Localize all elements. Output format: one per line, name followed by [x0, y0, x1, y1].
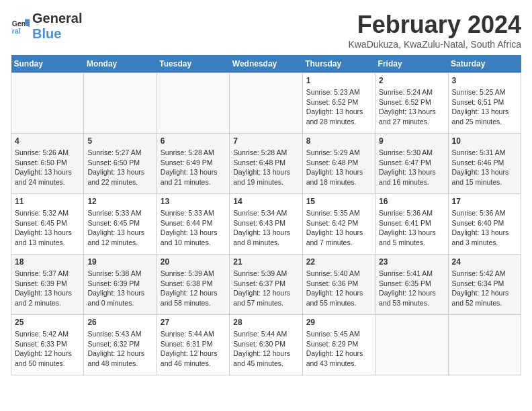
day-number: 25 [15, 318, 80, 327]
calendar-cell [157, 73, 229, 134]
calendar-cell [11, 73, 84, 134]
calendar-cell: 13Sunrise: 5:33 AM Sunset: 6:44 PM Dayli… [157, 194, 229, 255]
day-header-thursday: Thursday [302, 55, 375, 73]
calendar-cell: 5Sunrise: 5:27 AM Sunset: 6:50 PM Daylig… [84, 134, 157, 194]
day-header-wednesday: Wednesday [230, 55, 302, 73]
calendar-cell: 17Sunrise: 5:36 AM Sunset: 6:40 PM Dayli… [448, 194, 521, 255]
day-number: 24 [452, 257, 517, 267]
calendar-cell [84, 73, 157, 134]
calendar-week-3: 11Sunrise: 5:32 AM Sunset: 6:45 PM Dayli… [11, 194, 521, 255]
calendar-cell: 15Sunrise: 5:35 AM Sunset: 6:42 PM Dayli… [302, 194, 375, 255]
day-number: 4 [15, 136, 80, 146]
day-header-saturday: Saturday [448, 55, 521, 73]
day-detail: Sunrise: 5:39 AM Sunset: 6:37 PM Dayligh… [233, 269, 298, 308]
day-detail: Sunrise: 5:36 AM Sunset: 6:40 PM Dayligh… [452, 208, 517, 248]
calendar-cell: 4Sunrise: 5:26 AM Sunset: 6:50 PM Daylig… [11, 134, 84, 194]
calendar-cell: 10Sunrise: 5:31 AM Sunset: 6:46 PM Dayli… [448, 134, 521, 194]
calendar-table: SundayMondayTuesdayWednesdayThursdayFrid… [11, 55, 521, 375]
day-detail: Sunrise: 5:26 AM Sunset: 6:50 PM Dayligh… [15, 148, 80, 187]
calendar-cell [230, 73, 302, 134]
day-header-friday: Friday [375, 55, 448, 73]
calendar-cell: 22Sunrise: 5:40 AM Sunset: 6:36 PM Dayli… [302, 255, 375, 315]
day-detail: Sunrise: 5:28 AM Sunset: 6:49 PM Dayligh… [161, 148, 226, 187]
day-detail: Sunrise: 5:30 AM Sunset: 6:47 PM Dayligh… [379, 148, 444, 187]
calendar-cell [375, 315, 448, 375]
calendar-cell: 27Sunrise: 5:44 AM Sunset: 6:31 PM Dayli… [157, 315, 229, 375]
day-detail: Sunrise: 5:33 AM Sunset: 6:44 PM Dayligh… [161, 208, 226, 248]
calendar-cell: 18Sunrise: 5:37 AM Sunset: 6:39 PM Dayli… [11, 255, 84, 315]
day-number: 23 [379, 257, 444, 267]
calendar-subtitle: KwaDukuza, KwaZulu-Natal, South Africa [348, 39, 521, 50]
day-detail: Sunrise: 5:40 AM Sunset: 6:36 PM Dayligh… [306, 269, 371, 308]
day-number: 12 [87, 197, 152, 206]
logo-text: General Blue [32, 11, 82, 42]
calendar-week-2: 4Sunrise: 5:26 AM Sunset: 6:50 PM Daylig… [11, 134, 521, 194]
calendar-cell: 9Sunrise: 5:30 AM Sunset: 6:47 PM Daylig… [375, 134, 448, 194]
calendar-cell: 24Sunrise: 5:42 AM Sunset: 6:34 PM Dayli… [448, 255, 521, 315]
day-number: 1 [306, 76, 371, 85]
day-number: 9 [379, 136, 444, 146]
day-number: 14 [233, 197, 298, 206]
calendar-cell: 11Sunrise: 5:32 AM Sunset: 6:45 PM Dayli… [11, 194, 84, 255]
day-header-tuesday: Tuesday [157, 55, 229, 73]
day-detail: Sunrise: 5:38 AM Sunset: 6:39 PM Dayligh… [87, 269, 152, 308]
calendar-title: February 2024 [348, 11, 521, 39]
day-number: 29 [306, 318, 371, 327]
calendar-cell: 23Sunrise: 5:41 AM Sunset: 6:35 PM Dayli… [375, 255, 448, 315]
day-number: 13 [161, 197, 226, 206]
day-detail: Sunrise: 5:28 AM Sunset: 6:48 PM Dayligh… [233, 148, 298, 187]
day-detail: Sunrise: 5:44 AM Sunset: 6:30 PM Dayligh… [233, 329, 298, 369]
calendar-cell: 7Sunrise: 5:28 AM Sunset: 6:48 PM Daylig… [230, 134, 302, 194]
day-header-sunday: Sunday [11, 55, 84, 73]
calendar-cell: 2Sunrise: 5:24 AM Sunset: 6:52 PM Daylig… [375, 73, 448, 134]
days-header-row: SundayMondayTuesdayWednesdayThursdayFrid… [11, 55, 521, 73]
calendar-week-1: 1Sunrise: 5:23 AM Sunset: 6:52 PM Daylig… [11, 73, 521, 134]
day-number: 15 [306, 197, 371, 206]
day-number: 8 [306, 136, 371, 146]
day-number: 10 [452, 136, 517, 146]
calendar-week-5: 25Sunrise: 5:42 AM Sunset: 6:33 PM Dayli… [11, 315, 521, 375]
calendar-cell: 14Sunrise: 5:34 AM Sunset: 6:43 PM Dayli… [230, 194, 302, 255]
day-detail: Sunrise: 5:29 AM Sunset: 6:48 PM Dayligh… [306, 148, 371, 187]
title-area: February 2024 KwaDukuza, KwaZulu-Natal, … [348, 11, 521, 50]
calendar-week-4: 18Sunrise: 5:37 AM Sunset: 6:39 PM Dayli… [11, 255, 521, 315]
day-detail: Sunrise: 5:44 AM Sunset: 6:31 PM Dayligh… [161, 329, 226, 369]
day-detail: Sunrise: 5:37 AM Sunset: 6:39 PM Dayligh… [15, 269, 80, 308]
calendar-cell: 26Sunrise: 5:43 AM Sunset: 6:32 PM Dayli… [84, 315, 157, 375]
calendar-cell [448, 315, 521, 375]
day-number: 26 [87, 318, 152, 327]
day-detail: Sunrise: 5:42 AM Sunset: 6:34 PM Dayligh… [452, 269, 517, 308]
calendar-cell: 8Sunrise: 5:29 AM Sunset: 6:48 PM Daylig… [302, 134, 375, 194]
day-detail: Sunrise: 5:34 AM Sunset: 6:43 PM Dayligh… [233, 208, 298, 248]
day-number: 21 [233, 257, 298, 267]
calendar-cell: 29Sunrise: 5:45 AM Sunset: 6:29 PM Dayli… [302, 315, 375, 375]
day-detail: Sunrise: 5:39 AM Sunset: 6:38 PM Dayligh… [161, 269, 226, 308]
svg-text:ral: ral [12, 27, 21, 35]
day-number: 22 [306, 257, 371, 267]
day-number: 27 [161, 318, 226, 327]
page-header: Gene ral General Blue February 2024 KwaD… [11, 11, 521, 50]
calendar-cell: 1Sunrise: 5:23 AM Sunset: 6:52 PM Daylig… [302, 73, 375, 134]
calendar-header: SundayMondayTuesdayWednesdayThursdayFrid… [11, 55, 521, 73]
day-detail: Sunrise: 5:27 AM Sunset: 6:50 PM Dayligh… [87, 148, 152, 187]
day-number: 6 [161, 136, 226, 146]
logo: Gene ral General Blue [11, 11, 82, 42]
day-detail: Sunrise: 5:23 AM Sunset: 6:52 PM Dayligh… [306, 87, 371, 127]
day-detail: Sunrise: 5:45 AM Sunset: 6:29 PM Dayligh… [306, 329, 371, 369]
day-detail: Sunrise: 5:42 AM Sunset: 6:33 PM Dayligh… [15, 329, 80, 369]
day-detail: Sunrise: 5:25 AM Sunset: 6:51 PM Dayligh… [452, 87, 517, 127]
day-header-monday: Monday [84, 55, 157, 73]
day-number: 19 [87, 257, 152, 267]
day-detail: Sunrise: 5:31 AM Sunset: 6:46 PM Dayligh… [452, 148, 517, 187]
day-number: 18 [15, 257, 80, 267]
day-detail: Sunrise: 5:41 AM Sunset: 6:35 PM Dayligh… [379, 269, 444, 308]
calendar-cell: 28Sunrise: 5:44 AM Sunset: 6:30 PM Dayli… [230, 315, 302, 375]
day-detail: Sunrise: 5:24 AM Sunset: 6:52 PM Dayligh… [379, 87, 444, 127]
day-detail: Sunrise: 5:43 AM Sunset: 6:32 PM Dayligh… [87, 329, 152, 369]
day-detail: Sunrise: 5:36 AM Sunset: 6:41 PM Dayligh… [379, 208, 444, 248]
day-number: 3 [452, 76, 517, 85]
day-detail: Sunrise: 5:33 AM Sunset: 6:45 PM Dayligh… [87, 208, 152, 248]
day-number: 2 [379, 76, 444, 85]
calendar-body: 1Sunrise: 5:23 AM Sunset: 6:52 PM Daylig… [11, 73, 521, 375]
calendar-cell: 6Sunrise: 5:28 AM Sunset: 6:49 PM Daylig… [157, 134, 229, 194]
